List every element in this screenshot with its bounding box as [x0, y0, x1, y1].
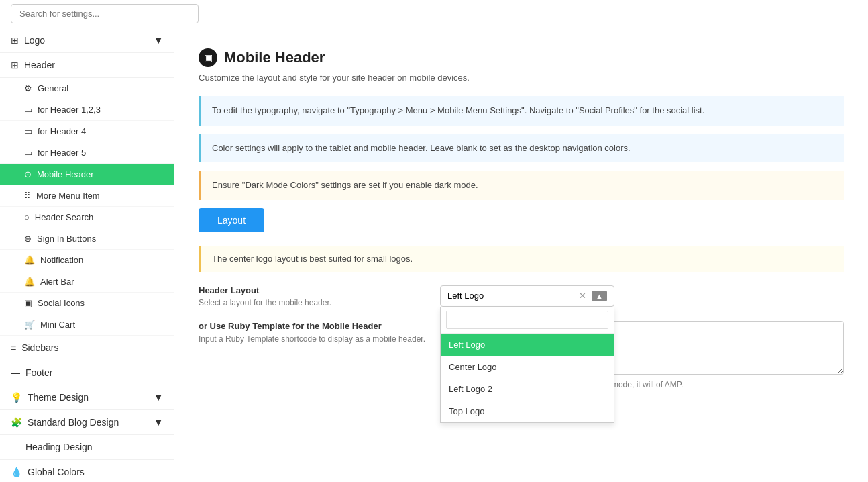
layout-button[interactable]: Layout	[199, 208, 264, 232]
sidebar-item-header-search-label: Header Search	[35, 212, 93, 222]
sidebar-group-header[interactable]: ⊞ Header	[0, 53, 174, 78]
option-top-logo-label: Top Logo	[449, 406, 485, 416]
grid-dots-icon: ⠿	[24, 191, 31, 201]
option-center-logo-label: Center Logo	[449, 362, 497, 372]
bell-icon-1: 🔔	[24, 255, 35, 265]
sidebar-item-social-icons[interactable]: ▣ Social Icons	[0, 293, 174, 314]
select-wrapper: Left Logo ✕ ▲ Left Logo	[440, 285, 614, 307]
sidebar-item-mini-cart-label: Mini Cart	[40, 320, 75, 330]
info-text-2: Color settings will apply to the tablet …	[212, 143, 631, 153]
search-icon: ○	[24, 212, 30, 222]
sidebar-item-sign-in-label: Sign In Buttons	[37, 234, 96, 244]
global-colors-label: Global Colors	[28, 467, 85, 477]
header-layout-label: Header Layout	[199, 285, 427, 295]
header-layout-sublabel: Select a layout for the mobile header.	[199, 298, 427, 307]
option-left-logo-label: Left Logo	[449, 340, 485, 350]
chevron-down-icon: ▼	[154, 35, 163, 46]
sidebar-item-header123[interactable]: ▭ for Header 1,2,3	[0, 99, 174, 121]
drop-icon: 💧	[11, 467, 22, 477]
sidebar-group-logo[interactable]: ⊞ Logo ▼	[0, 28, 174, 53]
chevron-down-icon-blog: ▼	[154, 417, 163, 428]
dropdown-search-input[interactable]	[446, 311, 608, 329]
sidebar-item-alert-bar[interactable]: 🔔 Alert Bar	[0, 271, 174, 293]
header-layout-label-col: Header Layout Select a layout for the mo…	[199, 285, 427, 307]
select-value: Left Logo	[447, 291, 484, 301]
sidebar-item-header123-label: for Header 1,2,3	[38, 105, 101, 115]
info-text-1: To edit the typography, navigate to "Typ…	[212, 105, 704, 115]
sidebar-item-social-icons-label: Social Icons	[38, 298, 85, 308]
dropdown-option-center-logo[interactable]: Center Logo	[441, 356, 614, 378]
dropdown-option-left-logo[interactable]: Left Logo	[441, 334, 614, 356]
sidebar-item-header4-label: for Header 4	[38, 126, 86, 136]
bell-icon-2: 🔔	[24, 277, 35, 287]
monitor-icon-2: ▭	[24, 126, 32, 136]
sidebar-item-notification-label: Notification	[40, 255, 83, 265]
sidebar-item-header5-label: for Header 5	[38, 148, 86, 158]
header-layout-row: Header Layout Select a layout for the mo…	[199, 285, 844, 307]
footer-icon: —	[11, 367, 20, 378]
mobile-icon: ⊙	[24, 169, 32, 179]
grid-icon-header: ⊞	[11, 60, 19, 70]
page-header: ▣ Mobile Header	[199, 48, 844, 67]
sidebar-item-sign-in[interactable]: ⊕ Sign In Buttons	[0, 228, 174, 250]
sidebar-item-alert-bar-label: Alert Bar	[40, 277, 74, 287]
center-logo-note-text: The center logo layout is best suited fo…	[212, 254, 413, 264]
heading-design-label: Heading Design	[25, 442, 93, 452]
header-layout-control: Left Logo ✕ ▲ Left Logo	[440, 285, 844, 307]
sidebar-item-more-menu-label: More Menu Item	[36, 191, 100, 201]
sidebar-item-notification[interactable]: 🔔 Notification	[0, 250, 174, 271]
sidebar-group-heading-design[interactable]: — Heading Design	[0, 435, 174, 460]
monitor-icon-1: ▭	[24, 105, 32, 115]
template-section-sublabel: Input a Ruby Template shortcode to displ…	[199, 334, 427, 345]
info-box-darkmode: Ensure "Dark Mode Colors" settings are s…	[199, 171, 844, 200]
lightbulb-icon: 💡	[11, 392, 22, 403]
info-box-color: Color settings will apply to the tablet …	[199, 134, 844, 163]
logo-group-label: Logo	[24, 35, 45, 46]
select-arrow-btn[interactable]: ▲	[592, 291, 607, 301]
search-input[interactable]	[11, 4, 199, 23]
sidebar-group-global-colors[interactable]: 💧 Global Colors	[0, 460, 174, 482]
sidebar-item-header5[interactable]: ▭ for Header 5	[0, 142, 174, 164]
info-text-warning: Ensure "Dark Mode Colors" settings are s…	[212, 180, 478, 190]
dropdown-option-top-logo[interactable]: Top Logo	[441, 400, 614, 422]
gear-icon: ⚙	[24, 83, 32, 93]
social-icon: ▣	[24, 298, 32, 308]
dropdown-menu: Left Logo Center Logo Left Logo 2 Top Lo…	[440, 307, 614, 423]
dropdown-option-left-logo-2[interactable]: Left Logo 2	[441, 378, 614, 400]
chevron-down-icon-theme: ▼	[154, 392, 163, 403]
page-title: Mobile Header	[224, 49, 325, 66]
sidebar-item-mobile-header-label: Mobile Header	[37, 169, 94, 179]
sidebar-group-theme-design[interactable]: 💡 Theme Design ▼	[0, 385, 174, 410]
sidebar-item-general-label: General	[38, 83, 68, 93]
dropdown-search-container	[441, 307, 614, 334]
sidebars-icon: ≡	[11, 342, 16, 353]
theme-design-label: Theme Design	[28, 392, 89, 403]
sidebar-group-standard-blog[interactable]: 🧩 Standard Blog Design ▼	[0, 410, 174, 435]
template-section-label: or Use Ruby Template for the Mobile Head…	[199, 321, 427, 331]
sidebar-item-mobile-header[interactable]: ⊙ Mobile Header	[0, 164, 174, 185]
sidebar-group-footer[interactable]: — Footer	[0, 360, 174, 385]
content-area: ▣ Mobile Header Customize the layout and…	[174, 28, 868, 482]
sidebar-item-header4[interactable]: ▭ for Header 4	[0, 121, 174, 142]
sidebar-item-header-search[interactable]: ○ Header Search	[0, 207, 174, 228]
sidebar-item-general[interactable]: ⚙ General	[0, 78, 174, 99]
cart-icon: 🛒	[24, 320, 35, 330]
center-logo-note: The center logo layout is best suited fo…	[199, 246, 844, 272]
sidebar-group-sidebars[interactable]: ≡ Sidebars	[0, 336, 174, 360]
header-group-label: Header	[24, 60, 55, 70]
select-display[interactable]: Left Logo ✕ ▲	[440, 285, 614, 307]
sidebar-item-mini-cart[interactable]: 🛒 Mini Cart	[0, 314, 174, 336]
top-bar	[0, 0, 868, 28]
template-label-col: or Use Ruby Template for the Mobile Head…	[199, 321, 427, 345]
standard-blog-label: Standard Blog Design	[28, 417, 119, 428]
grid-icon: ⊞	[11, 35, 19, 46]
option-left-logo-2-label: Left Logo 2	[449, 384, 492, 394]
page-subtitle: Customize the layout and style for your …	[199, 73, 844, 83]
page-title-icon: ▣	[199, 48, 217, 67]
sidebars-label: Sidebars	[21, 342, 58, 353]
plus-circle-icon: ⊕	[24, 234, 32, 244]
sidebar-item-more-menu[interactable]: ⠿ More Menu Item	[0, 185, 174, 207]
footer-label: Footer	[25, 367, 52, 378]
puzzle-icon: 🧩	[11, 417, 22, 428]
select-clear-btn[interactable]: ✕	[579, 291, 586, 301]
